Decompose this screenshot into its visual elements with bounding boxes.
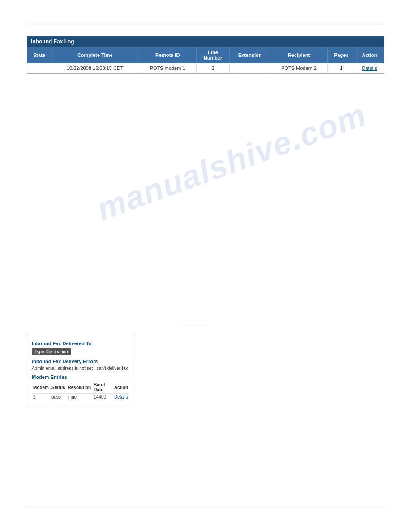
type-destination-button[interactable]: Type Destination: [32, 348, 71, 355]
col-action: Action: [355, 47, 384, 63]
page-border-bottom: [27, 507, 384, 507]
fax-log-table: State Complete Time Remote ID LineNumber…: [27, 47, 384, 73]
modem-col-modem: Modem: [32, 382, 50, 394]
fax-log-title: Inbound Fax Log: [27, 36, 384, 47]
modem-cell-modem: 2: [32, 394, 50, 401]
cell-remote-id: POTS modem 1: [139, 63, 196, 73]
table-row: 10/22/2008 16:08:15 CDTPOTS modem 12POTS…: [27, 63, 384, 73]
col-recipient: Recipient: [270, 47, 327, 63]
modem-cell-resolution: Fine: [67, 394, 93, 401]
details-box: Inbound Fax Delivered To Type Destinatio…: [27, 336, 134, 405]
col-remote-id: Remote ID: [139, 47, 196, 63]
fax-log-container: Inbound Fax Log State Complete Time Remo…: [27, 36, 384, 74]
details-link[interactable]: Details: [362, 65, 377, 71]
modem-cell-action[interactable]: Details: [113, 394, 129, 401]
cell-pages: 1: [327, 63, 355, 73]
page-border-top: [27, 25, 384, 25]
cell-state: [27, 63, 51, 73]
cell-extension: [230, 63, 270, 73]
separator-line: [179, 325, 210, 325]
delivered-to-title: Inbound Fax Delivered To: [32, 341, 129, 346]
col-pages: Pages: [327, 47, 355, 63]
cell-action[interactable]: Details: [355, 63, 384, 73]
modem-table: Modem Status Resolution Baud Rate Action…: [32, 382, 129, 400]
modem-col-action: Action: [113, 382, 129, 394]
modem-header-row: Modem Status Resolution Baud Rate Action: [32, 382, 129, 394]
col-line-number: LineNumber: [196, 47, 230, 63]
col-extension: Extension: [230, 47, 270, 63]
modem-col-resolution: Resolution: [67, 382, 93, 394]
modem-cell-baud-rate: 14400: [92, 394, 113, 401]
modem-details-link[interactable]: Details: [114, 395, 128, 399]
cell-line-number: 2: [196, 63, 230, 73]
cell-recipient: POTS Modem 2: [270, 63, 327, 73]
fax-log-header-row: State Complete Time Remote ID LineNumber…: [27, 47, 384, 63]
col-state: State: [27, 47, 51, 63]
watermark: manualshive.com: [92, 96, 371, 227]
modem-entries-title: Modem Entries: [32, 374, 129, 380]
modem-col-baud-rate: Baud Rate: [92, 382, 113, 394]
modem-col-status: Status: [50, 382, 67, 394]
modem-cell-status: pass: [50, 394, 67, 401]
cell-complete-time: 10/22/2008 16:08:15 CDT: [51, 63, 139, 73]
delivery-errors-title: Inbound Fax Delivery Errors: [32, 359, 129, 364]
col-complete-time: Complete Time: [51, 47, 139, 63]
modem-row: 2passFine14400Details: [32, 394, 129, 401]
delivery-error-text: Admin email address is not set - can't d…: [32, 366, 129, 371]
content-area: Inbound Fax Log State Complete Time Remo…: [27, 36, 384, 74]
